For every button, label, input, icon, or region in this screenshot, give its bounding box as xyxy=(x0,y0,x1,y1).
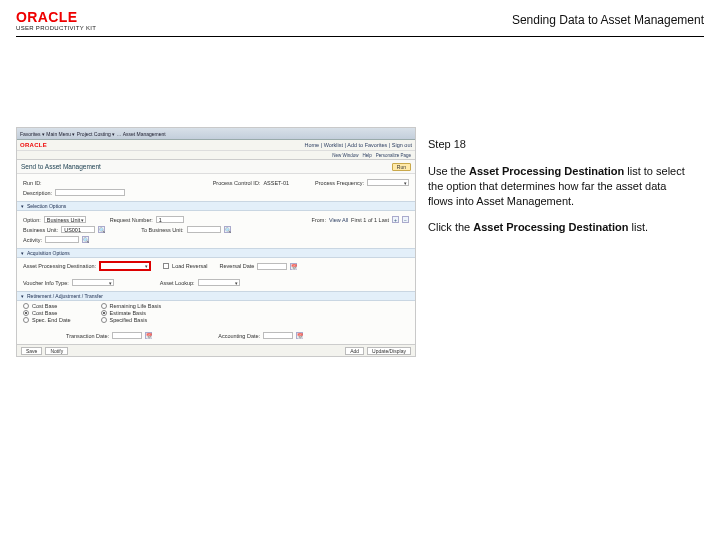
load-reversal-label: Load Reversal xyxy=(172,263,207,269)
app-subbar: New Window Help Personalize Page xyxy=(17,151,415,160)
lookup-icon[interactable]: 🔍 xyxy=(82,236,89,243)
step-number: Step 18 xyxy=(428,137,688,152)
instruction-panel: Step 18 Use the Asset Processing Destina… xyxy=(418,37,688,357)
activity-input[interactable] xyxy=(45,236,79,243)
retire-opt: Remaining Life Basis xyxy=(110,303,162,309)
app-title-row: Send to Asset Management Run xyxy=(17,160,415,174)
nav-label[interactable]: First 1 of 1 Last xyxy=(351,217,389,223)
desc-label: Description: xyxy=(23,190,52,196)
tobu-input[interactable] xyxy=(187,226,221,233)
oracle-mini-logo: ORACLE xyxy=(20,142,47,148)
description-input[interactable] xyxy=(55,189,125,196)
lookup-icon[interactable]: 🔍 xyxy=(98,226,105,233)
oracle-subtitle: USER PRODUCTIVITY KIT xyxy=(16,25,96,31)
retire-opt: Estimate Basis xyxy=(110,310,146,316)
voucher-type-select[interactable] xyxy=(72,279,114,286)
oracle-upk-logo: ORACLE USER PRODUCTIVITY KIT xyxy=(16,10,96,31)
brand-links[interactable]: Home | Worklist | Add to Favorites | Sig… xyxy=(304,142,412,148)
reversal-date-label: Reversal Date xyxy=(220,263,255,269)
pcid-label: Process Control ID: xyxy=(213,180,261,186)
retire-opt: Specified Basis xyxy=(110,317,148,323)
tobu-label: To Business Unit: xyxy=(141,227,184,233)
link-personalize[interactable]: Personalize Page xyxy=(376,153,411,158)
calendar-icon[interactable]: 📅 xyxy=(290,263,297,270)
asset-processing-destination-select[interactable] xyxy=(99,261,151,271)
runid-label: Run ID: xyxy=(23,180,42,186)
del-row-icon[interactable]: − xyxy=(402,216,409,223)
calendar-icon[interactable]: 📅 xyxy=(145,332,152,339)
option-label: Option: xyxy=(23,217,41,223)
add-button[interactable]: Add xyxy=(345,347,364,355)
oracle-wordmark: ORACLE xyxy=(16,10,96,24)
radio-remaining-life[interactable] xyxy=(101,303,107,309)
from-label: From: xyxy=(312,217,326,223)
activity-label: Activity: xyxy=(23,237,42,243)
asset-lookup-select[interactable] xyxy=(198,279,240,286)
update-display-button[interactable]: Update/Display xyxy=(367,347,411,355)
txn-date-input[interactable] xyxy=(112,332,142,339)
retire-opt: Cost Base xyxy=(32,303,57,309)
page-title: Sending Data to Asset Management xyxy=(512,13,704,27)
breadcrumb[interactable]: Favorites ▾ Main Menu ▾ Project Costing … xyxy=(20,131,166,137)
radio-specified-basis[interactable] xyxy=(101,317,107,323)
app-page-title: Send to Asset Management xyxy=(21,163,101,170)
retire-opt: Cost Base xyxy=(32,310,57,316)
app-footer: Save Notify Add Update/Display xyxy=(17,344,415,356)
asset-proc-dest-label: Asset Processing Destination: xyxy=(23,263,96,269)
radio-cost-base-2[interactable] xyxy=(23,310,29,316)
save-button[interactable]: Save xyxy=(21,347,42,355)
acct-date-label: Accounting Date: xyxy=(218,333,260,339)
txn-date-label: Transaction Date: xyxy=(66,333,109,339)
calendar-icon[interactable]: 📅 xyxy=(296,332,303,339)
option-select[interactable]: Business Unit xyxy=(44,216,86,223)
retirement-options-header[interactable]: ▾Retirement / Adjustment / Transfer xyxy=(17,291,415,301)
link-help[interactable]: Help xyxy=(362,153,371,158)
lookup-icon[interactable]: 🔍 xyxy=(224,226,231,233)
voucher-type-label: Voucher Info Type: xyxy=(23,280,69,286)
radio-estimate-basis[interactable] xyxy=(101,310,107,316)
app-screenshot: Favorites ▾ Main Menu ▾ Project Costing … xyxy=(16,127,416,357)
notify-button[interactable]: Notify xyxy=(45,347,68,355)
instruction-paragraph-2: Click the Asset Processing Destination l… xyxy=(428,220,688,235)
radio-spec-end[interactable] xyxy=(23,317,29,323)
acct-date-input[interactable] xyxy=(263,332,293,339)
run-button[interactable]: Run xyxy=(392,163,411,171)
asset-lookup-label: Asset Lookup: xyxy=(160,280,195,286)
radio-cost-base[interactable] xyxy=(23,303,29,309)
reqnum-input[interactable]: 1 xyxy=(156,216,184,223)
pf-label: Process Frequency: xyxy=(315,180,364,186)
load-reversal-checkbox[interactable] xyxy=(163,263,169,269)
add-row-icon[interactable]: + xyxy=(392,216,399,223)
instruction-paragraph-1: Use the Asset Processing Destination lis… xyxy=(428,164,688,209)
bu-input[interactable]: US001 xyxy=(61,226,95,233)
bu-label: Business Unit: xyxy=(23,227,58,233)
app-breadcrumb-bar: Favorites ▾ Main Menu ▾ Project Costing … xyxy=(17,128,415,140)
process-frequency-select[interactable] xyxy=(367,179,409,186)
reqnum-label: Request Number: xyxy=(110,217,153,223)
app-brandstrip: ORACLE Home | Worklist | Add to Favorite… xyxy=(17,140,415,151)
retire-opt: Spec. End Date xyxy=(32,317,71,323)
pcid-value: ASSET-01 xyxy=(263,180,289,186)
reversal-date-input[interactable] xyxy=(257,263,287,270)
acquisition-options-header[interactable]: ▾Acquisition Options xyxy=(17,248,415,258)
link-new-window[interactable]: New Window xyxy=(332,153,358,158)
selection-options-header[interactable]: ▾Selection Options xyxy=(17,201,415,211)
view-all-link[interactable]: View All xyxy=(329,217,348,223)
